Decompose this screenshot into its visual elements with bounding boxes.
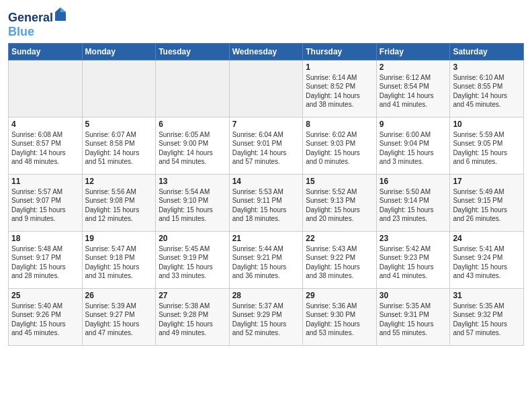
calendar-cell: 25Sunrise: 5:40 AM Sunset: 9:26 PM Dayli…	[9, 288, 83, 345]
day-number: 1	[306, 62, 373, 72]
weekday-header-saturday: Saturday	[450, 43, 524, 60]
day-number: 13	[159, 177, 226, 186]
day-info: Sunrise: 5:43 AM Sunset: 9:22 PM Dayligh…	[306, 244, 373, 281]
calendar-cell: 23Sunrise: 5:42 AM Sunset: 9:23 PM Dayli…	[376, 231, 450, 288]
day-number: 27	[159, 291, 226, 300]
day-info: Sunrise: 5:36 AM Sunset: 9:30 PM Dayligh…	[306, 302, 373, 338]
day-number: 11	[11, 177, 79, 186]
day-info: Sunrise: 5:42 AM Sunset: 9:23 PM Dayligh…	[380, 244, 447, 281]
day-info: Sunrise: 5:38 AM Sunset: 9:28 PM Dayligh…	[159, 302, 226, 338]
day-number: 4	[11, 120, 79, 129]
day-info: Sunrise: 5:57 AM Sunset: 9:07 PM Dayligh…	[11, 187, 79, 224]
day-number: 22	[306, 234, 373, 243]
day-info: Sunrise: 6:04 AM Sunset: 9:01 PM Dayligh…	[232, 130, 300, 167]
day-number: 16	[380, 177, 447, 186]
day-number: 14	[232, 177, 300, 186]
day-info: Sunrise: 5:50 AM Sunset: 9:14 PM Dayligh…	[380, 187, 447, 224]
calendar-cell: 17Sunrise: 5:49 AM Sunset: 9:15 PM Dayli…	[450, 174, 524, 231]
day-info: Sunrise: 6:08 AM Sunset: 8:57 PM Dayligh…	[11, 130, 79, 167]
day-number: 17	[453, 177, 521, 186]
weekday-header-monday: Monday	[82, 43, 156, 60]
calendar-cell: 13Sunrise: 5:54 AM Sunset: 9:10 PM Dayli…	[156, 174, 230, 231]
day-number: 28	[232, 291, 300, 300]
calendar-cell: 24Sunrise: 5:41 AM Sunset: 9:24 PM Dayli…	[450, 231, 524, 288]
weekday-header-sunday: Sunday	[9, 43, 83, 60]
calendar-header-row: SundayMondayTuesdayWednesdayThursdayFrid…	[9, 43, 524, 60]
day-info: Sunrise: 6:05 AM Sunset: 9:00 PM Dayligh…	[159, 130, 226, 167]
day-info: Sunrise: 6:12 AM Sunset: 8:54 PM Dayligh…	[380, 73, 447, 109]
day-number: 6	[159, 120, 226, 129]
calendar-week-3: 11Sunrise: 5:57 AM Sunset: 9:07 PM Dayli…	[9, 174, 524, 231]
weekday-header-friday: Friday	[376, 43, 450, 60]
calendar-cell: 8Sunrise: 6:02 AM Sunset: 9:03 PM Daylig…	[303, 117, 377, 174]
calendar-cell: 18Sunrise: 5:48 AM Sunset: 9:17 PM Dayli…	[9, 231, 83, 288]
weekday-header-tuesday: Tuesday	[156, 43, 230, 60]
logo-general: General	[8, 11, 53, 24]
day-info: Sunrise: 6:14 AM Sunset: 8:52 PM Dayligh…	[306, 73, 373, 109]
calendar-week-4: 18Sunrise: 5:48 AM Sunset: 9:17 PM Dayli…	[9, 231, 524, 288]
day-number: 10	[453, 120, 521, 129]
day-number: 12	[85, 177, 153, 186]
calendar-cell	[156, 60, 230, 117]
calendar-cell: 6Sunrise: 6:05 AM Sunset: 9:00 PM Daylig…	[156, 117, 230, 174]
day-number: 18	[11, 234, 79, 243]
day-info: Sunrise: 6:00 AM Sunset: 9:04 PM Dayligh…	[380, 130, 447, 167]
day-info: Sunrise: 5:41 AM Sunset: 9:24 PM Dayligh…	[453, 244, 521, 281]
day-info: Sunrise: 5:54 AM Sunset: 9:10 PM Dayligh…	[159, 187, 226, 224]
weekday-header-wednesday: Wednesday	[229, 43, 303, 60]
day-number: 31	[453, 291, 521, 300]
calendar-cell: 19Sunrise: 5:47 AM Sunset: 9:18 PM Dayli…	[82, 231, 156, 288]
calendar-cell: 11Sunrise: 5:57 AM Sunset: 9:07 PM Dayli…	[9, 174, 83, 231]
day-number: 3	[453, 62, 521, 72]
calendar-week-5: 25Sunrise: 5:40 AM Sunset: 9:26 PM Dayli…	[9, 288, 524, 345]
calendar-cell: 31Sunrise: 5:35 AM Sunset: 9:32 PM Dayli…	[450, 288, 524, 345]
calendar-cell: 3Sunrise: 6:10 AM Sunset: 8:55 PM Daylig…	[450, 60, 524, 117]
day-info: Sunrise: 5:52 AM Sunset: 9:13 PM Dayligh…	[306, 187, 373, 224]
day-info: Sunrise: 5:56 AM Sunset: 9:08 PM Dayligh…	[85, 187, 153, 224]
calendar-cell: 30Sunrise: 5:35 AM Sunset: 9:31 PM Dayli…	[376, 288, 450, 345]
day-info: Sunrise: 5:44 AM Sunset: 9:21 PM Dayligh…	[232, 244, 300, 281]
page: General Blue SundayMondayTuesdayWednesda…	[0, 0, 532, 411]
calendar-cell	[229, 60, 303, 117]
day-number: 26	[85, 291, 153, 300]
calendar-cell	[9, 60, 83, 117]
calendar-cell: 15Sunrise: 5:52 AM Sunset: 9:13 PM Dayli…	[303, 174, 377, 231]
day-number: 19	[85, 234, 153, 243]
day-info: Sunrise: 5:37 AM Sunset: 9:29 PM Dayligh…	[232, 302, 300, 338]
calendar-cell: 26Sunrise: 5:39 AM Sunset: 9:27 PM Dayli…	[82, 288, 156, 345]
weekday-header-thursday: Thursday	[303, 43, 377, 60]
day-number: 8	[306, 120, 373, 129]
calendar-cell: 20Sunrise: 5:45 AM Sunset: 9:19 PM Dayli…	[156, 231, 230, 288]
day-number: 9	[380, 120, 447, 129]
day-info: Sunrise: 6:10 AM Sunset: 8:55 PM Dayligh…	[453, 73, 521, 109]
calendar-cell: 21Sunrise: 5:44 AM Sunset: 9:21 PM Dayli…	[229, 231, 303, 288]
calendar-cell: 22Sunrise: 5:43 AM Sunset: 9:22 PM Dayli…	[303, 231, 377, 288]
day-number: 25	[11, 291, 79, 300]
logo-icon	[54, 7, 66, 21]
calendar-cell: 28Sunrise: 5:37 AM Sunset: 9:29 PM Dayli…	[229, 288, 303, 345]
day-number: 24	[453, 234, 521, 243]
calendar-cell: 16Sunrise: 5:50 AM Sunset: 9:14 PM Dayli…	[376, 174, 450, 231]
day-info: Sunrise: 5:39 AM Sunset: 9:27 PM Dayligh…	[85, 302, 153, 338]
day-info: Sunrise: 5:35 AM Sunset: 9:31 PM Dayligh…	[380, 302, 447, 338]
calendar-week-1: 1Sunrise: 6:14 AM Sunset: 8:52 PM Daylig…	[9, 60, 524, 117]
day-info: Sunrise: 5:45 AM Sunset: 9:19 PM Dayligh…	[159, 244, 226, 281]
calendar-cell: 7Sunrise: 6:04 AM Sunset: 9:01 PM Daylig…	[229, 117, 303, 174]
day-number: 20	[159, 234, 226, 243]
day-info: Sunrise: 5:59 AM Sunset: 9:05 PM Dayligh…	[453, 130, 521, 167]
day-number: 21	[232, 234, 300, 243]
day-info: Sunrise: 6:07 AM Sunset: 8:58 PM Dayligh…	[85, 130, 153, 167]
day-number: 29	[306, 291, 373, 300]
logo-text: General	[8, 7, 66, 25]
day-number: 23	[380, 234, 447, 243]
day-number: 15	[306, 177, 373, 186]
logo-blue: Blue	[8, 25, 34, 38]
day-number: 2	[380, 62, 447, 72]
calendar-cell: 10Sunrise: 5:59 AM Sunset: 9:05 PM Dayli…	[450, 117, 524, 174]
calendar-cell: 2Sunrise: 6:12 AM Sunset: 8:54 PM Daylig…	[376, 60, 450, 117]
svg-marker-1	[60, 7, 66, 12]
day-info: Sunrise: 5:40 AM Sunset: 9:26 PM Dayligh…	[11, 302, 79, 338]
calendar-cell: 29Sunrise: 5:36 AM Sunset: 9:30 PM Dayli…	[303, 288, 377, 345]
day-number: 30	[380, 291, 447, 300]
calendar-cell	[82, 60, 156, 117]
